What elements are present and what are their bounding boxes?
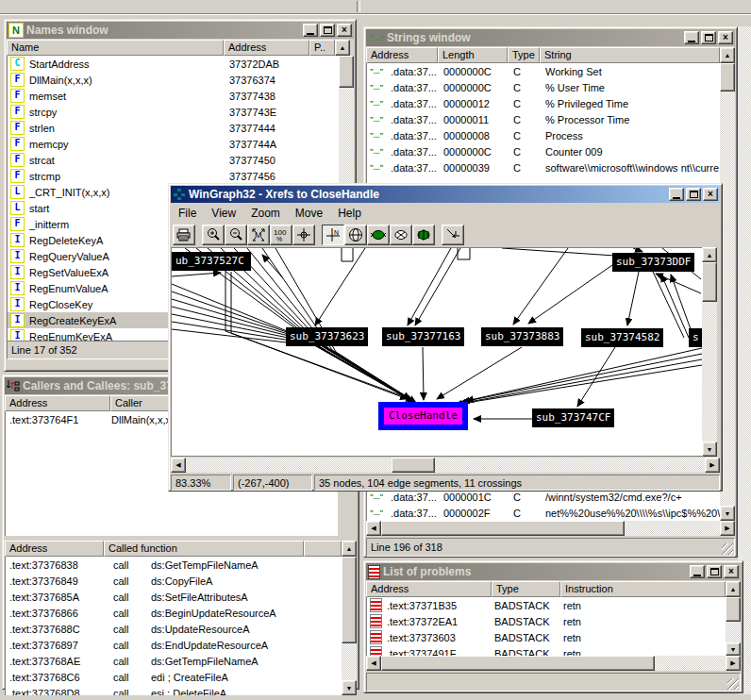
scroll-left-icon[interactable]: ◀ — [366, 656, 381, 671]
zoom-100-button[interactable]: 100% — [270, 225, 292, 245]
scrollbar-thumb[interactable] — [720, 63, 735, 92]
column-header-instruction[interactable]: Instruction — [560, 581, 726, 597]
scrollbar-thumb[interactable] — [381, 521, 625, 536]
zoom-out-button[interactable] — [225, 225, 247, 245]
zoom-fit-button[interactable]: M — [247, 225, 270, 245]
maximize-button[interactable] — [686, 188, 701, 201]
column-header-type[interactable]: Type — [492, 581, 560, 597]
scroll-up-icon[interactable]: ▲ — [720, 47, 735, 63]
column-header-address[interactable]: Address — [366, 47, 438, 63]
scroll-right-icon[interactable]: ▶ — [720, 521, 735, 536]
table-row[interactable]: Fstrcmp37377456 — [8, 168, 354, 184]
column-header-address[interactable]: Address — [5, 541, 104, 557]
scroll-up-icon[interactable]: ▲ — [726, 581, 741, 597]
resize-grip[interactable] — [722, 543, 733, 555]
speed-medium-button[interactable] — [390, 225, 412, 245]
table-row[interactable]: Fstrlen37377444 — [8, 120, 354, 136]
overview-toggle-button[interactable]: N — [322, 225, 344, 245]
minimize-button[interactable] — [669, 188, 684, 201]
column-header-called-function[interactable]: Called function — [104, 541, 304, 557]
graph-node[interactable]: sub_37374582 — [581, 328, 663, 347]
scroll-right-icon[interactable]: ▶ — [705, 458, 720, 473]
table-row[interactable]: .text:37372EA1BADSTACKretn — [367, 613, 741, 629]
table-row[interactable]: .text:37376838callds:GetTempFileNameA — [6, 557, 357, 573]
minimize-button[interactable] — [690, 565, 705, 578]
speed-slow-button[interactable] — [367, 225, 390, 245]
maximize-button[interactable] — [701, 31, 716, 44]
scrollbar-thumb[interactable] — [726, 597, 741, 622]
graph-node[interactable]: sub_37373DDF — [612, 253, 694, 272]
vertical-scrollbar[interactable]: ▼ — [342, 557, 357, 695]
column-header-type[interactable]: Type — [508, 47, 540, 63]
table-row[interactable]: "...".data:37...0000000CCWorking Set — [367, 63, 735, 79]
close-button[interactable]: × — [724, 565, 739, 578]
close-button[interactable]: × — [703, 188, 718, 201]
problems-list[interactable]: .text:37371B35BADSTACKretn .text:37372EA… — [366, 597, 741, 656]
scroll-left-icon[interactable]: ◀ — [171, 458, 186, 473]
column-header-p[interactable]: P.. — [309, 40, 335, 56]
graph-node[interactable]: ub_3737527C — [172, 252, 251, 271]
speed-fast-button[interactable] — [412, 225, 435, 245]
table-row[interactable]: .text:373768D8callesi ; DeleteFileA — [6, 685, 357, 695]
scroll-left-icon[interactable]: ◀ — [366, 521, 381, 536]
table-row[interactable]: .text:37376866callds:BeginUpdateResource… — [6, 605, 357, 621]
scroll-down-icon[interactable]: ▼ — [342, 680, 357, 695]
vertical-scrollbar[interactable]: ▼ — [726, 597, 741, 656]
table-row[interactable]: .text:373768C6calledi ; CreateFileA — [6, 669, 357, 685]
menu-file[interactable]: File — [171, 205, 204, 222]
table-row[interactable]: .text:37371B35BADSTACKretn — [367, 597, 741, 613]
column-header-name[interactable]: Name — [7, 40, 224, 56]
table-row[interactable]: Fmemcpy3737744A — [8, 136, 354, 152]
horizontal-scrollbar[interactable]: ◀ ▶ — [366, 521, 735, 536]
column-header-string[interactable]: String — [540, 47, 720, 63]
strings-titlebar[interactable]: "..." Strings window × — [366, 29, 735, 46]
table-row[interactable]: .text:3737685Acallds:SetFileAttributesA — [6, 589, 357, 605]
graph-node[interactable]: sub_373747CF — [532, 408, 614, 427]
sphere-view-button[interactable] — [344, 225, 367, 245]
scrollbar-thumb[interactable] — [381, 656, 655, 671]
print-button[interactable] — [173, 225, 195, 245]
wingraph-titlebar[interactable]: WinGraph32 - Xrefs to CloseHandle × — [171, 186, 720, 203]
table-row[interactable]: .text:37376849callds:CopyFileA — [6, 573, 357, 589]
table-row[interactable]: Fstrcpy3737743E — [8, 104, 354, 120]
horizontal-scrollbar[interactable]: ◀ ▶ — [366, 656, 741, 671]
table-row[interactable]: .text:37376897callds:EndUpdateResourceA — [6, 637, 357, 653]
column-header-address[interactable]: Address — [5, 395, 110, 411]
table-row[interactable]: "...".data:37...00000039Csoftware\\micro… — [367, 159, 735, 175]
problems-titlebar[interactable]: List of problems × — [366, 563, 741, 580]
scroll-up-icon[interactable]: ▲ — [335, 40, 350, 56]
edge-mode-button[interactable] — [442, 225, 464, 245]
column-header-address[interactable]: Address — [224, 40, 309, 56]
table-row[interactable]: "...".data:37...0000002FCnet%%20use%%20\… — [367, 505, 720, 521]
zoom-in-button[interactable] — [202, 225, 225, 245]
callees-list[interactable]: .text:37376838callds:GetTempFileNameA .t… — [5, 557, 357, 695]
scroll-down-icon[interactable]: ▼ — [726, 642, 741, 656]
table-row[interactable]: .text:37373603BADSTACKretn — [367, 629, 741, 645]
center-button[interactable] — [292, 225, 315, 245]
table-row[interactable]: "...".data:37...00000012C% Privileged Ti… — [367, 95, 735, 111]
graph-canvas[interactable]: ub_3737527C sub_37373623 sub_37377163 su… — [171, 247, 702, 457]
menu-zoom[interactable]: Zoom — [243, 205, 288, 222]
table-row[interactable]: "...".data:37...0000000CC% User Time — [367, 79, 735, 95]
column-header-address[interactable]: Address — [366, 581, 492, 597]
table-row[interactable]: "...".data:37...00000008CProcess — [367, 127, 735, 143]
menu-view[interactable]: View — [204, 205, 243, 222]
names-titlebar[interactable]: N Names window × — [7, 22, 354, 39]
graph-node[interactable]: s — [689, 328, 702, 347]
graph-node[interactable]: sub_37377163 — [382, 327, 464, 346]
graph-node[interactable]: sub_37373883 — [481, 327, 563, 346]
table-row[interactable]: FDllMain(x,x,x)37376374 — [8, 72, 354, 88]
table-row[interactable]: .text:373768AEcallds:GetTempFileNameA — [6, 653, 357, 669]
scroll-down-icon[interactable]: ▼ — [702, 442, 717, 457]
scroll-right-icon[interactable]: ▶ — [726, 656, 741, 671]
scrollbar-thumb[interactable] — [702, 262, 717, 302]
graph-node[interactable]: sub_37373623 — [286, 327, 368, 346]
scroll-up-icon[interactable]: ▲ — [702, 247, 717, 262]
table-row[interactable]: Fstrcat37377450 — [8, 152, 354, 168]
table-row[interactable]: "...".data:37...00000011C% Processor Tim… — [367, 111, 735, 127]
table-row[interactable]: Fmemset37377438 — [8, 88, 354, 104]
scroll-down-icon[interactable]: ▼ — [720, 506, 735, 521]
scrollbar-thumb[interactable] — [339, 56, 354, 88]
menu-move[interactable]: Move — [288, 205, 330, 222]
resize-grip[interactable] — [727, 678, 739, 690]
